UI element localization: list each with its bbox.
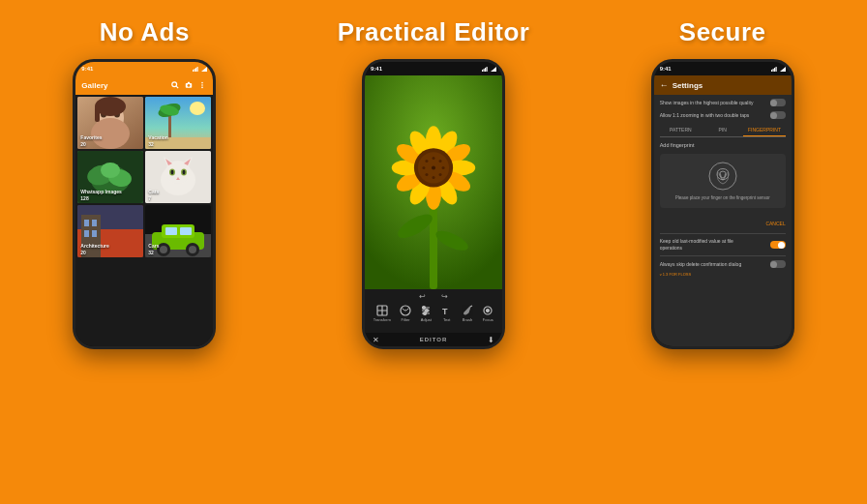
gallery-cell-cars[interactable]: Cars 32 [145,205,211,257]
focus-icon [482,305,493,316]
back-button[interactable]: ← [660,80,669,90]
signal-icon [201,67,207,72]
camera-icon[interactable] [184,80,194,90]
gallery-toolbar: Gallery [75,75,213,95]
svg-point-86 [439,173,442,176]
gallery-title: Gallery [81,81,166,90]
svg-rect-19 [95,106,100,122]
setting-row-2: Allow 1:1 zooming in with two double tap… [660,111,786,119]
toggle-1[interactable] [770,99,786,106]
svg-point-84 [439,160,442,163]
panel-no-ads: No Ads 9:41 Gallery [0,0,289,504]
svg-point-88 [425,173,428,176]
editor-wifi-icon [482,67,489,72]
secure-status-bar: 9:41 [654,62,792,75]
svg-point-83 [432,157,434,160]
save-button[interactable]: ⬇ [488,336,494,344]
panel-secure: Secure 9:41 ← Settings Show images in th… [578,0,867,504]
toggle-2[interactable] [770,111,786,119]
svg-point-59 [189,246,196,253]
editor-status-time: 9:41 [371,66,382,72]
editor-bottom-bar: ✕ EDITOR ⬇ [365,333,502,346]
text-icon: T [441,305,453,316]
svg-rect-62 [485,68,486,72]
svg-rect-1 [194,69,195,72]
secure-screen: 9:41 ← Settings Show images in the highe… [654,62,792,346]
svg-point-5 [172,82,177,87]
svg-rect-48 [84,230,89,237]
fingerprint-prompt: Please place your finger on the fingerpr… [675,195,770,200]
tab-fingerprint[interactable]: FINGERPRINT [743,124,785,136]
svg-rect-54 [165,227,177,235]
svg-rect-2 [195,68,196,72]
editor-screen: 9:41 [365,62,502,346]
cancel-row: CANCEL [660,212,786,229]
svg-rect-63 [487,67,488,72]
cell-label-cars: Cars 32 [148,243,159,255]
svg-rect-0 [193,70,194,72]
filter-tool[interactable]: Filter [400,305,411,322]
redo-button[interactable]: ↪ [441,292,448,301]
editor-status-bar: 9:41 [365,62,502,75]
gallery-cell-architecture[interactable]: Architecture 20 [77,205,143,257]
svg-point-100 [426,310,429,312]
filter-icon [400,305,411,316]
svg-rect-107 [772,69,773,72]
version-text: v 1.3 FOR FLOSS [660,272,786,277]
phone-editor: 9:41 [362,59,505,349]
settings-title: Settings [673,81,703,90]
svg-rect-55 [180,227,192,235]
more-icon[interactable] [197,80,207,90]
panel-title-secure: Secure [679,17,766,47]
tab-pin[interactable]: PIN [702,124,743,136]
gallery-screen: 9:41 Gallery [75,62,213,346]
gallery-cell-vacation[interactable]: Vacation 32 [145,97,211,149]
transform-tool[interactable]: Transform [374,305,391,322]
adjust-icon [420,305,432,316]
svg-rect-60 [482,70,483,72]
gallery-cell-favorites[interactable]: Favorites 20 [77,97,143,149]
setting-row-3: Keep old last-modified value at file ope… [660,238,786,252]
svg-rect-9 [188,82,190,83]
svg-point-90 [425,160,428,163]
brush-label: Brush [463,317,472,322]
tab-pattern[interactable]: PATTERN [660,124,702,136]
adjust-tool[interactable]: Adjust [420,305,432,322]
status-icons-gallery [193,67,207,72]
toggle-4[interactable] [770,260,786,268]
setting-text-2: Allow 1:1 zooming in with two double tap… [660,112,750,119]
svg-point-99 [423,307,426,310]
transform-label: Transform [374,317,391,322]
setting-row-1: Show images in the highest possible qual… [660,99,786,106]
svg-point-111 [709,163,736,190]
svg-marker-110 [780,67,786,72]
secure-status-time: 9:41 [660,66,672,72]
focus-tool[interactable]: Focus [482,305,493,322]
search-icon[interactable] [170,80,180,90]
svg-point-41 [183,170,186,175]
text-tool[interactable]: T Text [441,305,453,322]
svg-point-8 [188,84,191,87]
svg-rect-3 [197,67,198,72]
cell-label-whatsapp: Whatsapp Images 128 [80,189,122,201]
gallery-cell-cats[interactable]: Cats 7 [145,151,211,203]
svg-rect-109 [775,67,776,72]
cancel-button[interactable]: CANCEL [765,221,785,226]
svg-rect-49 [92,230,97,237]
phone-gallery: 9:41 Gallery [73,59,216,349]
toggle-3[interactable] [770,241,786,249]
svg-point-40 [171,170,174,175]
panel-practical-editor: Practical Editor 9:41 [289,0,579,504]
secure-status-icons [771,67,786,72]
svg-point-91 [432,165,435,169]
tools-row: Transform Filter Adjust [365,303,502,324]
panel-title-editor: Practical Editor [338,17,530,47]
svg-point-30 [101,163,120,178]
gallery-cell-whatsapp[interactable]: Whatsapp Images 128 [77,151,143,203]
undo-button[interactable]: ↩ [419,292,426,301]
discard-button[interactable]: ✕ [373,336,379,344]
cell-label-vacation: Vacation 32 [148,134,168,147]
svg-point-87 [432,176,434,179]
brush-tool[interactable]: Brush [462,305,473,322]
fingerprint-icon [708,162,737,191]
